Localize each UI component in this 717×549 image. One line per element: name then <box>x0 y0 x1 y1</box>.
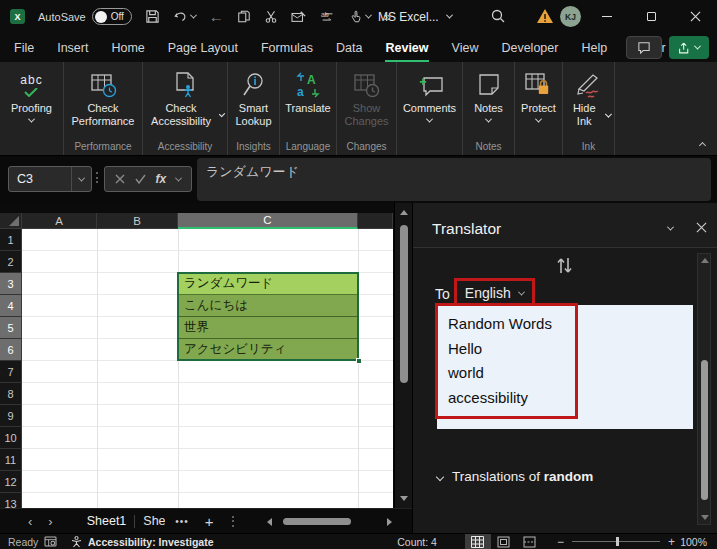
pane-scroll-thumb[interactable] <box>701 360 708 500</box>
protect-button[interactable]: Protect <box>518 69 559 125</box>
row-header-3[interactable]: 3 <box>0 273 22 295</box>
comments-button[interactable]: Comments <box>400 69 459 125</box>
fx-chevron-icon[interactable] <box>175 174 182 181</box>
sheet-next-icon[interactable]: › <box>48 514 52 529</box>
check-performance-button[interactable]: Check Performance <box>64 69 142 130</box>
fill-handle[interactable] <box>356 358 362 364</box>
touch-mode-chevron-icon[interactable] <box>365 12 372 19</box>
normal-view-icon[interactable] <box>465 534 491 549</box>
comments-toggle-button[interactable] <box>626 36 662 59</box>
name-box-chevron-icon[interactable] <box>78 174 85 181</box>
row-header-5[interactable]: 5 <box>0 317 22 339</box>
page-break-view-icon[interactable] <box>517 534 543 549</box>
row-header-1[interactable]: 1 <box>0 229 22 251</box>
swap-languages-icon[interactable] <box>556 256 574 275</box>
window-title-menu[interactable]: MS Excel... <box>378 0 452 33</box>
hscroll-left-icon[interactable] <box>267 518 272 526</box>
sheet-tab-sheet1[interactable]: Sheet1 <box>87 514 127 528</box>
row-header-11[interactable]: 11 <box>0 449 22 471</box>
translation-result-box[interactable]: Random WordsHelloworldaccessibility <box>437 305 693 429</box>
accessibility-status[interactable]: Accessibility: Investigate <box>88 536 213 548</box>
copy-icon[interactable] <box>237 9 251 24</box>
maximize-button[interactable] <box>629 0 673 33</box>
vertical-scrollbar[interactable] <box>394 203 412 508</box>
row-header-6[interactable]: 6 <box>0 339 22 361</box>
cell-c3[interactable]: ランダムワード <box>179 273 358 295</box>
formula-bar-grip[interactable] <box>96 172 98 183</box>
zoom-level[interactable]: 100% <box>675 536 717 548</box>
warning-icon[interactable] <box>536 8 554 24</box>
translations-expander[interactable]: Translations of random <box>437 469 593 484</box>
pane-scroll-up-icon[interactable] <box>701 258 709 263</box>
tab-home[interactable]: Home <box>111 33 144 62</box>
pane-scrollbar[interactable] <box>697 253 711 525</box>
translate-button[interactable]: Aa Translate <box>282 69 333 117</box>
smart-lookup-button[interactable]: Smart Lookup <box>228 69 279 130</box>
share-mail-icon[interactable] <box>291 10 307 24</box>
tab-developer[interactable]: Developer <box>501 33 558 62</box>
translate-quick-icon[interactable]: ab <box>320 9 336 24</box>
page-layout-view-icon[interactable] <box>491 534 517 549</box>
autosave-control[interactable]: AutoSave Off <box>38 8 132 25</box>
tab-review[interactable]: Review <box>385 33 428 62</box>
zoom-out-button[interactable]: − <box>557 535 564 549</box>
tab-data[interactable]: Data <box>336 33 362 62</box>
zoom-slider[interactable] <box>572 541 660 542</box>
vertical-scroll-thumb[interactable] <box>400 225 408 383</box>
horizontal-scroll-thumb[interactable] <box>283 518 351 525</box>
cell-c5[interactable]: 世界 <box>179 317 358 339</box>
undo-chevron-icon[interactable] <box>190 12 197 19</box>
hide-ink-button[interactable]: Hide Ink <box>563 69 614 130</box>
pane-scroll-down-icon[interactable] <box>701 515 709 520</box>
zoom-slider-thumb[interactable] <box>616 537 619 546</box>
row-header-8[interactable]: 8 <box>0 383 22 405</box>
share-button[interactable] <box>669 36 709 59</box>
tab-view[interactable]: View <box>452 33 479 62</box>
add-sheet-button[interactable]: + <box>205 513 214 530</box>
cut-icon[interactable] <box>264 9 278 24</box>
scroll-up-icon[interactable] <box>400 210 408 215</box>
accessibility-person-icon[interactable] <box>71 536 82 548</box>
cell-c4[interactable]: こんにちは <box>179 295 358 317</box>
row-header-10[interactable]: 10 <box>0 427 22 449</box>
tab-page-layout[interactable]: Page Layout <box>168 33 238 62</box>
sheet-overflow-dots[interactable]: ••• <box>175 516 189 527</box>
hscroll-right-icon[interactable] <box>387 518 392 526</box>
pane-close-icon[interactable] <box>696 222 707 233</box>
touch-mode-icon[interactable] <box>349 9 371 24</box>
minimize-button[interactable] <box>585 0 629 33</box>
pane-collapse-chevron-icon[interactable] <box>667 224 674 231</box>
cell-area[interactable] <box>22 229 393 508</box>
check-accessibility-button[interactable]: Check Accessibility <box>143 69 227 130</box>
zoom-in-button[interactable]: + <box>668 535 675 549</box>
enter-icon[interactable] <box>135 174 146 184</box>
row-header-7[interactable]: 7 <box>0 361 22 383</box>
column-header-c[interactable]: C <box>178 213 358 229</box>
autosave-toggle[interactable]: Off <box>92 8 132 25</box>
back-arrow-icon[interactable]: ← <box>209 8 224 25</box>
horizontal-scrollbar[interactable] <box>278 517 378 526</box>
row-header-2[interactable]: 2 <box>0 251 22 273</box>
sheet-tab-partial[interactable]: She <box>143 514 165 528</box>
formula-input[interactable]: ランダムワード <box>197 158 711 201</box>
save-icon[interactable] <box>145 9 160 24</box>
row-header-9[interactable]: 9 <box>0 405 22 427</box>
row-header-12[interactable]: 12 <box>0 471 22 493</box>
cell-c6[interactable]: アクセシビリティ <box>179 339 358 361</box>
tab-file[interactable]: File <box>14 33 34 62</box>
proofing-button[interactable]: abc Proofing <box>8 69 55 125</box>
cancel-icon[interactable] <box>115 174 125 184</box>
macro-record-icon[interactable] <box>44 536 57 547</box>
search-icon[interactable] <box>490 8 506 24</box>
close-button[interactable] <box>673 0 717 33</box>
column-header-a[interactable]: A <box>22 213 97 229</box>
undo-button[interactable] <box>173 10 196 24</box>
name-box[interactable]: C3 <box>8 166 92 192</box>
insert-function-icon[interactable]: fx <box>156 172 167 186</box>
tab-insert[interactable]: Insert <box>57 33 88 62</box>
tab-help[interactable]: Help <box>581 33 607 62</box>
column-header-d-partial[interactable] <box>358 213 393 229</box>
sheet-prev-icon[interactable]: ‹ <box>28 514 32 529</box>
column-header-b[interactable]: B <box>97 213 178 229</box>
notes-button[interactable]: Notes <box>471 69 506 125</box>
